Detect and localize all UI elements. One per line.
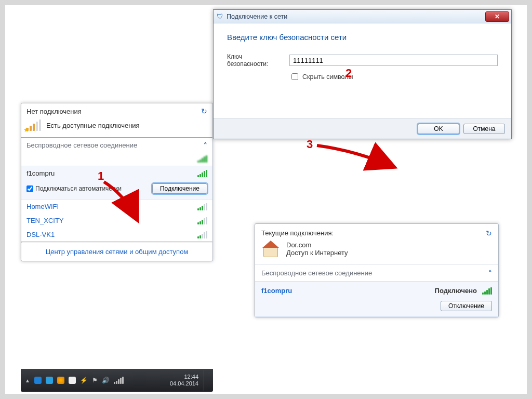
network-name: f1compru bbox=[261, 287, 292, 295]
taskbar-clock[interactable]: 12:44 04.04.2014 bbox=[170, 374, 201, 387]
signal-icon bbox=[197, 217, 207, 224]
tray-icon[interactable] bbox=[34, 377, 42, 384]
dialog-title: Подключение к сети bbox=[227, 13, 287, 20]
signal-availability-icon bbox=[26, 119, 41, 131]
annotation-arrow-1 bbox=[88, 179, 151, 229]
tray-expand-icon[interactable]: ▲ bbox=[25, 378, 30, 383]
annotation-step-3: 3 bbox=[307, 138, 313, 151]
dialog-heading: Введите ключ безопасности сети bbox=[227, 33, 498, 42]
signal-icon bbox=[197, 170, 207, 177]
wireless-section-label: Беспроводное сетевое соединение bbox=[261, 269, 372, 277]
network-name: HomeWIFI bbox=[26, 203, 59, 210]
network-name: DSL-VK1 bbox=[26, 231, 55, 238]
connected-network[interactable]: f1compru Подключено Отключение bbox=[255, 281, 498, 317]
dialog-titlebar: 🛡 Подключение к сети ✕ bbox=[214, 10, 511, 23]
flag-icon[interactable]: ⚑ bbox=[92, 377, 98, 384]
home-network-icon bbox=[261, 241, 280, 257]
annotation-arrow-3 bbox=[314, 140, 403, 177]
chevron-up-icon[interactable]: ˄ bbox=[204, 141, 207, 149]
show-desktop-button[interactable] bbox=[204, 370, 209, 391]
network-center-link[interactable]: Центр управления сетями и общим доступом bbox=[46, 248, 189, 256]
connect-button[interactable]: Подключение bbox=[152, 183, 207, 194]
annotation-step-1: 1 bbox=[98, 169, 104, 183]
close-button[interactable]: ✕ bbox=[485, 11, 509, 22]
signal-icon bbox=[197, 231, 207, 238]
volume-icon[interactable]: 🔊 bbox=[102, 377, 110, 384]
connection-name: Dor.com bbox=[286, 241, 348, 249]
network-item[interactable]: DSL-VK1 bbox=[21, 228, 212, 242]
shield-icon: 🛡 bbox=[217, 13, 223, 20]
security-key-label: Ключ безопасности: bbox=[227, 53, 284, 68]
network-tray-icon[interactable] bbox=[114, 377, 124, 384]
clock-time: 12:44 bbox=[170, 374, 198, 380]
current-connections-flyout: Текущие подключения: ↻ Dor.com Доступ к … bbox=[255, 223, 499, 317]
taskbar: ▲ ⚡ ⚑ 🔊 12:44 04.04.2014 bbox=[21, 369, 213, 392]
ok-button[interactable]: OK bbox=[418, 124, 459, 134]
security-key-input[interactable] bbox=[289, 55, 498, 66]
cancel-button[interactable]: Отмена bbox=[463, 124, 505, 134]
clock-date: 04.04.2014 bbox=[170, 380, 198, 387]
signal-icon bbox=[482, 287, 492, 295]
system-tray: ▲ ⚡ ⚑ 🔊 bbox=[25, 377, 124, 384]
auto-connect-input[interactable] bbox=[26, 185, 33, 192]
network-state: Подключено bbox=[435, 287, 477, 295]
disconnect-button[interactable]: Отключение bbox=[441, 301, 492, 311]
signal-icon bbox=[197, 203, 207, 210]
network-name: f1compru bbox=[26, 169, 55, 177]
wireless-section-label: Беспроводное сетевое соединение bbox=[26, 141, 137, 149]
tray-icon[interactable] bbox=[57, 377, 64, 384]
signal-icon bbox=[197, 155, 207, 163]
chevron-up-icon[interactable]: ˄ bbox=[488, 269, 492, 277]
availability-text: Есть доступные подключения bbox=[46, 122, 140, 129]
connection-status: Доступ к Интернету bbox=[286, 249, 348, 257]
hide-chars-input[interactable] bbox=[291, 73, 298, 80]
network-name: TEN_XCITY bbox=[26, 217, 64, 224]
connect-dialog: 🛡 Подключение к сети ✕ Введите ключ безо… bbox=[213, 9, 512, 139]
tray-icon[interactable] bbox=[46, 377, 53, 384]
plug-icon[interactable]: ⚡ bbox=[80, 377, 88, 384]
refresh-icon[interactable]: ↻ bbox=[201, 107, 207, 115]
tray-icon[interactable] bbox=[69, 377, 76, 384]
annotation-step-2: 2 bbox=[345, 66, 352, 80]
flyout-title: Нет подключения bbox=[26, 108, 82, 115]
network-item[interactable] bbox=[21, 152, 212, 166]
refresh-icon[interactable]: ↻ bbox=[486, 229, 492, 237]
current-connections-label: Текущие подключения: bbox=[261, 229, 334, 237]
hide-chars-checkbox[interactable]: Скрыть символы bbox=[289, 72, 498, 82]
